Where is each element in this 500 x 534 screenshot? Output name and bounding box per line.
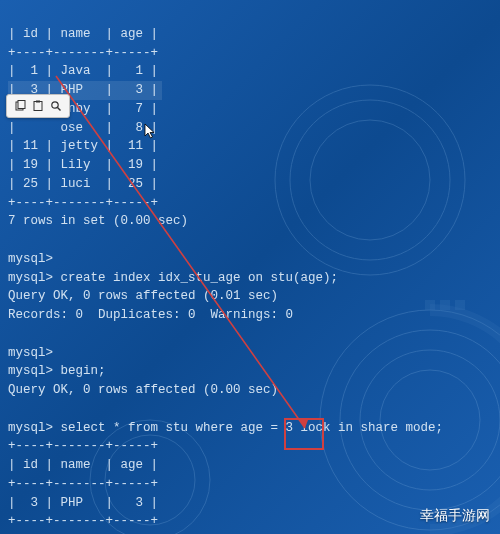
query-stats: Records: 0 Duplicates: 0 Warnings: 0 (8, 308, 293, 322)
mysql-prompt[interactable]: mysql> (8, 252, 53, 266)
svg-point-16 (52, 102, 58, 108)
table-separator: +----+-------+-----+ (8, 514, 158, 528)
sql-select-lock: mysql> select * from stu where age = 3 l… (8, 421, 443, 435)
sql-begin: mysql> begin; (8, 364, 106, 378)
table-header: | id | name | age | (8, 27, 158, 41)
table-row: | 1 | Java | 1 | (8, 64, 158, 78)
table-header: | id | name | age | (8, 458, 158, 472)
table-row: | 19 | Lily | 19 | (8, 158, 158, 172)
mysql-terminal-output: | id | name | age | +----+-------+-----+… (0, 0, 500, 534)
search-icon[interactable] (47, 97, 65, 115)
svg-rect-13 (18, 101, 25, 109)
table-row: | 3 | PHP | 3 | (8, 496, 158, 510)
table-separator: +----+-------+-----+ (8, 46, 158, 60)
copy-icon[interactable] (11, 97, 29, 115)
selection-toolbar (6, 94, 70, 118)
query-result: Query OK, 0 rows affected (0.00 sec) (8, 383, 278, 397)
table-row: | ose | 8 | (8, 121, 158, 135)
paste-icon[interactable] (29, 97, 47, 115)
svg-rect-14 (34, 102, 42, 111)
table-separator: +----+-------+-----+ (8, 196, 158, 210)
watermark-text: 幸福手游网 (420, 505, 490, 526)
sql-create-index: mysql> create index idx_stu_age on stu(a… (8, 271, 338, 285)
svg-rect-15 (36, 101, 40, 103)
table-row: | 11 | jetty | 11 | (8, 139, 158, 153)
query-result: Query OK, 0 rows affected (0.01 sec) (8, 289, 278, 303)
svg-line-17 (58, 108, 61, 111)
result-footer: 7 rows in set (0.00 sec) (8, 214, 188, 228)
table-separator: +----+-------+-----+ (8, 477, 158, 491)
mysql-prompt[interactable]: mysql> (8, 346, 53, 360)
table-row: | 25 | luci | 25 | (8, 177, 158, 191)
table-separator: +----+-------+-----+ (8, 439, 158, 453)
